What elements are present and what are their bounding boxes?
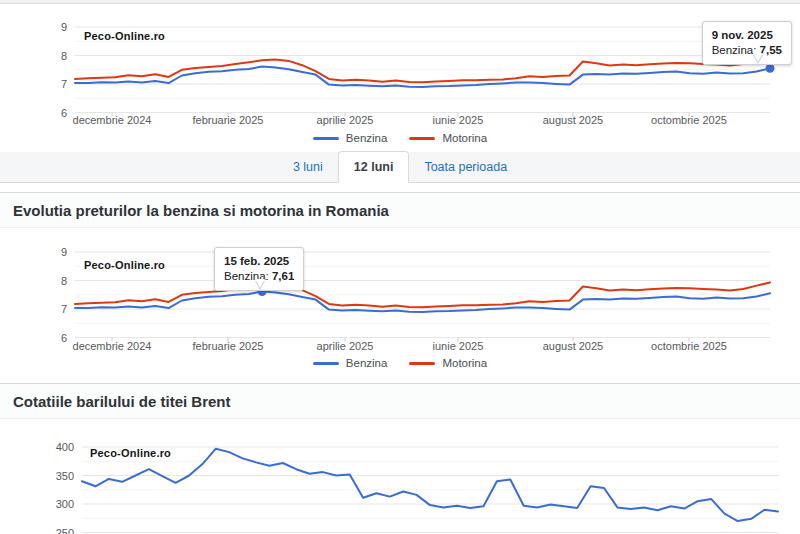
y-axis-tick-label: 350 (56, 470, 74, 482)
tab-toata-perioada[interactable]: Toata perioada (409, 152, 522, 182)
legend-label-benzina: Benzina (346, 132, 388, 144)
brent-chart-canvas: 400350300250 (0, 419, 800, 534)
y-axis-tick-label: 250 (56, 527, 74, 534)
tooltip-value: Benzina: 7,55 (712, 43, 782, 58)
y-axis-tick-label: 300 (56, 498, 74, 510)
y-axis-tick-label: 400 (56, 441, 74, 453)
legend-swatch-benzina (313, 137, 339, 140)
y-axis-tick-label: 7 (61, 78, 67, 90)
series-line-brent (82, 449, 778, 521)
y-axis-tick-label: 9 (61, 21, 67, 33)
y-axis-tick-label: 8 (61, 275, 67, 287)
brand-watermark: Peco-Online.ro (90, 447, 171, 459)
brand-watermark: Peco-Online.ro (84, 259, 165, 271)
x-axis-tick-label: august 2025 (543, 114, 604, 126)
y-axis-tick-label: 6 (61, 332, 67, 344)
legend-item-motorina: Motorina (409, 357, 487, 369)
x-axis-tick-label: februarie 2025 (192, 114, 263, 126)
legend-label-benzina: Benzina (346, 357, 388, 369)
brent-price-chart[interactable]: 400350300250 Peco-Online.ro (0, 419, 800, 534)
tooltip-date: 9 nov. 2025 (712, 28, 782, 43)
chart-legend: BenzinaMotorina (0, 357, 800, 369)
x-axis-tick-label: decembrie 2024 (73, 340, 152, 352)
chart-tooltip: 9 nov. 2025 Benzina: 7,55 (702, 21, 792, 65)
fuel-price-chart-main[interactable]: 9876decembrie 2024februarie 2025aprilie … (0, 228, 800, 375)
fuel-chart-top-canvas: 9876decembrie 2024februarie 2025aprilie … (0, 4, 800, 148)
x-axis-tick-label: decembrie 2024 (73, 114, 152, 126)
tab-3-luni[interactable]: 3 luni (278, 152, 338, 182)
tooltip-value: Benzina: 7,61 (224, 269, 294, 284)
x-axis-tick-label: iunie 2025 (433, 340, 484, 352)
chart-tooltip: 15 feb. 2025 Benzina: 7,61 (214, 247, 304, 291)
x-axis-tick-label: aprilie 2025 (317, 340, 374, 352)
legend-label-motorina: Motorina (442, 132, 487, 144)
chart-legend: BenzinaMotorina (0, 132, 800, 144)
section-title-brent: Cotatiile barilului de titei Brent (0, 383, 800, 419)
period-tabs: 3 luni 12 luni Toata perioada (0, 152, 800, 183)
y-axis-tick-label: 9 (61, 246, 67, 258)
tooltip-date: 15 feb. 2025 (224, 254, 294, 269)
legend-swatch-motorina (409, 137, 435, 140)
x-axis-tick-label: februarie 2025 (192, 340, 263, 352)
highlighted-data-point (766, 64, 775, 73)
tab-12-luni[interactable]: 12 luni (338, 151, 410, 183)
x-axis-tick-label: octombrie 2025 (651, 340, 727, 352)
legend-item-benzina: Benzina (313, 132, 388, 144)
legend-swatch-benzina (313, 362, 339, 365)
y-axis-tick-label: 8 (61, 50, 67, 62)
x-axis-tick-label: august 2025 (543, 340, 604, 352)
legend-label-motorina: Motorina (442, 357, 487, 369)
y-axis-tick-label: 7 (61, 303, 67, 315)
x-axis-tick-label: iunie 2025 (433, 114, 484, 126)
section-title-fuel: Evolutia preturilor la benzina si motori… (0, 192, 800, 228)
legend-swatch-motorina (409, 362, 435, 365)
fuel-price-chart-top[interactable]: 9876decembrie 2024februarie 2025aprilie … (0, 4, 800, 148)
legend-item-motorina: Motorina (409, 132, 487, 144)
legend-item-benzina: Benzina (313, 357, 388, 369)
x-axis-tick-label: octombrie 2025 (651, 114, 727, 126)
brand-watermark: Peco-Online.ro (84, 30, 165, 42)
y-axis-tick-label: 6 (61, 107, 67, 119)
x-axis-tick-label: aprilie 2025 (317, 114, 374, 126)
fuel-chart-main-canvas: 9876decembrie 2024februarie 2025aprilie … (0, 228, 800, 375)
